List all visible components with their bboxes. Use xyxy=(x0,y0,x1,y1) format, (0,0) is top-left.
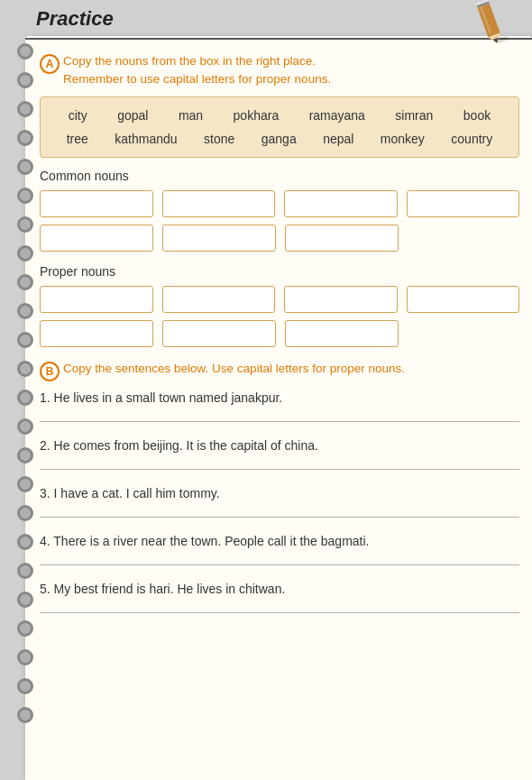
word-box: city gopal man pokhara ramayana simran b… xyxy=(40,96,519,158)
ring xyxy=(17,649,33,665)
proper-nouns-row-1 xyxy=(40,286,519,313)
proper-noun-input-5[interactable] xyxy=(40,320,153,347)
common-nouns-row-1 xyxy=(40,190,519,217)
instruction-line1: Copy the nouns from the box in the right… xyxy=(63,54,316,68)
ring xyxy=(17,476,33,492)
word-row-2: tree kathmandu stone ganga nepal monkey … xyxy=(53,130,506,148)
proper-nouns-inputs xyxy=(40,286,519,347)
proper-noun-input-3[interactable] xyxy=(284,286,398,313)
common-noun-input-1[interactable] xyxy=(40,190,153,217)
proper-nouns-row-2 xyxy=(40,320,519,347)
ring xyxy=(17,303,33,319)
word-man: man xyxy=(171,106,210,124)
instruction-line2: Remember to use capital letters for prop… xyxy=(63,72,331,86)
common-noun-input-5[interactable] xyxy=(40,225,153,252)
ring xyxy=(17,418,33,435)
section-b-label: B xyxy=(40,362,60,381)
title-underline xyxy=(25,38,532,40)
common-nouns-section: Common nouns xyxy=(40,169,519,252)
ring xyxy=(17,159,33,175)
sentence-line-2 xyxy=(40,469,519,470)
proper-nouns-label: Proper nouns xyxy=(40,264,519,279)
word-pokhara: pokhara xyxy=(226,106,287,124)
ring xyxy=(17,707,33,723)
ring xyxy=(17,43,33,60)
ring xyxy=(17,361,33,377)
word-row-1: city gopal man pokhara ramayana simran b… xyxy=(53,106,506,124)
word-ganga: ganga xyxy=(254,130,304,148)
proper-noun-input-6[interactable] xyxy=(162,320,276,347)
common-noun-input-6[interactable] xyxy=(162,225,276,252)
proper-noun-input-2[interactable] xyxy=(162,286,276,313)
sentence-2: 2. He comes from beijing. It is the capi… xyxy=(40,438,519,453)
section-b-header: B Copy the sentences below. Use capital … xyxy=(40,360,519,381)
sentence-block-1: 1. He lives in a small town named janakp… xyxy=(40,390,519,422)
word-tree: tree xyxy=(60,130,96,148)
word-country: country xyxy=(444,130,500,148)
word-city: city xyxy=(61,106,95,124)
ring xyxy=(17,274,33,290)
ring xyxy=(17,332,33,348)
ring xyxy=(17,101,33,117)
ring xyxy=(17,620,33,637)
spiral-rings xyxy=(13,36,38,780)
ring xyxy=(17,563,33,579)
common-nouns-row-2 xyxy=(40,225,519,252)
sentence-line-3 xyxy=(40,517,519,518)
ring xyxy=(17,678,33,694)
word-gopal: gopal xyxy=(110,106,155,124)
ring xyxy=(17,72,33,88)
word-ramayana: ramayana xyxy=(302,106,372,124)
proper-noun-input-1[interactable] xyxy=(40,286,153,313)
common-nouns-inputs xyxy=(40,190,519,252)
ring xyxy=(17,130,33,146)
common-nouns-label: Common nouns xyxy=(40,169,519,183)
word-nepal: nepal xyxy=(316,130,361,148)
ring xyxy=(17,188,33,204)
ring xyxy=(17,216,33,233)
proper-noun-input-7[interactable] xyxy=(285,320,399,347)
sentence-line-5 xyxy=(40,612,519,613)
spacer xyxy=(408,225,519,252)
section-a-label: A xyxy=(40,54,60,74)
word-monkey: monkey xyxy=(373,130,432,148)
sentence-1: 1. He lives in a small town named janakp… xyxy=(40,390,519,405)
common-noun-input-3[interactable] xyxy=(284,190,398,217)
sentence-block-3: 3. I have a cat. I call him tommy. xyxy=(40,486,519,518)
ring xyxy=(17,534,33,550)
word-kathmandu: kathmandu xyxy=(107,130,184,148)
ring xyxy=(17,505,33,521)
main-content: A Copy the nouns from the box in the rig… xyxy=(36,45,523,637)
section-a-header: A Copy the nouns from the box in the rig… xyxy=(40,52,519,89)
ring xyxy=(17,592,33,608)
page-title: Practice xyxy=(36,7,114,31)
section-b-instruction: Copy the sentences below. Use capital le… xyxy=(63,360,405,378)
sentence-line-1 xyxy=(40,421,519,422)
common-noun-input-7[interactable] xyxy=(285,225,399,252)
sentence-line-4 xyxy=(40,564,519,565)
sentence-3: 3. I have a cat. I call him tommy. xyxy=(40,486,519,500)
common-noun-input-2[interactable] xyxy=(162,190,276,217)
sentence-block-2: 2. He comes from beijing. It is the capi… xyxy=(40,438,519,470)
sentence-5: 5. My best friend is hari. He lives in c… xyxy=(40,582,519,596)
proper-noun-input-4[interactable] xyxy=(407,286,520,313)
ring xyxy=(17,390,33,406)
sentence-4: 4. There is a river near the town. Peopl… xyxy=(40,534,519,548)
ring xyxy=(17,245,33,262)
sentence-block-5: 5. My best friend is hari. He lives in c… xyxy=(40,582,519,613)
word-stone: stone xyxy=(197,130,242,148)
spacer2 xyxy=(408,320,519,347)
section-a-instruction: Copy the nouns from the box in the right… xyxy=(63,52,331,89)
common-noun-input-4[interactable] xyxy=(407,190,520,217)
word-book: book xyxy=(456,106,498,124)
proper-nouns-section: Proper nouns xyxy=(40,264,519,347)
ring xyxy=(17,447,33,463)
word-simran: simran xyxy=(388,106,440,124)
sentence-block-4: 4. There is a river near the town. Peopl… xyxy=(40,534,519,565)
